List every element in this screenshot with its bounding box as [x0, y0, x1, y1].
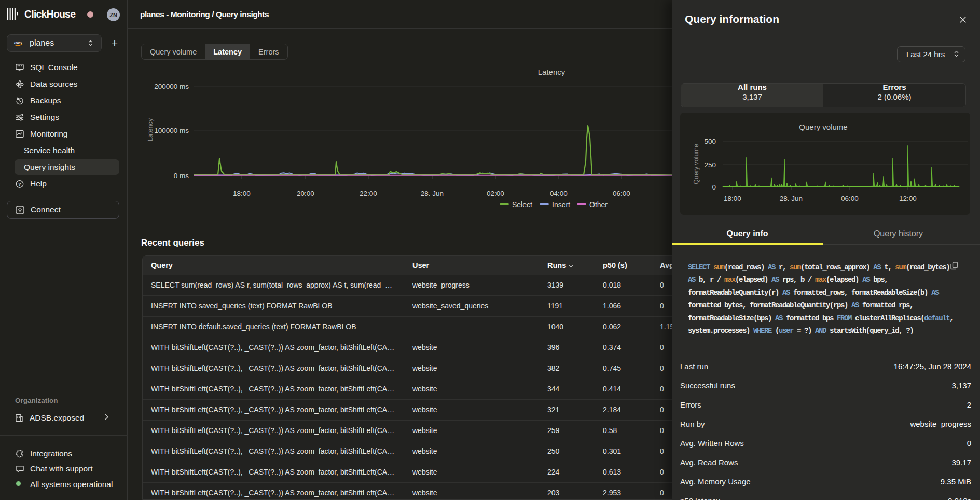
svg-text:12:00: 12:00 — [899, 195, 917, 202]
svg-text:18:00: 18:00 — [233, 190, 251, 197]
svg-text:06:00: 06:00 — [841, 195, 859, 202]
svg-text:28. Jun: 28. Jun — [421, 190, 444, 197]
svg-text:20:00: 20:00 — [297, 190, 314, 197]
svg-text:aws: aws — [14, 40, 22, 45]
svg-text:Select: Select — [512, 200, 532, 209]
svg-text:Other: Other — [589, 200, 608, 209]
svg-text:22:00: 22:00 — [360, 190, 377, 197]
svg-text:Latency: Latency — [538, 67, 565, 76]
svg-text:?: ? — [18, 181, 21, 186]
svg-text:06:00: 06:00 — [613, 190, 630, 197]
svg-text:Latency: Latency — [147, 118, 154, 141]
svg-text:02:00: 02:00 — [487, 190, 504, 197]
svg-text:0: 0 — [712, 183, 716, 191]
svg-text:Query volume: Query volume — [799, 123, 847, 131]
svg-text:200000 ms: 200000 ms — [154, 83, 189, 90]
svg-text:18:00: 18:00 — [724, 195, 741, 202]
svg-text:Query volume: Query volume — [693, 144, 700, 184]
svg-text:500: 500 — [704, 138, 716, 145]
svg-text:28. Jun: 28. Jun — [780, 195, 803, 202]
svg-text:0 ms: 0 ms — [174, 172, 189, 180]
svg-text:Insert: Insert — [552, 200, 570, 209]
svg-text:04:00: 04:00 — [550, 190, 568, 197]
svg-text:100000 ms: 100000 ms — [154, 127, 189, 134]
svg-text:250: 250 — [704, 161, 716, 169]
